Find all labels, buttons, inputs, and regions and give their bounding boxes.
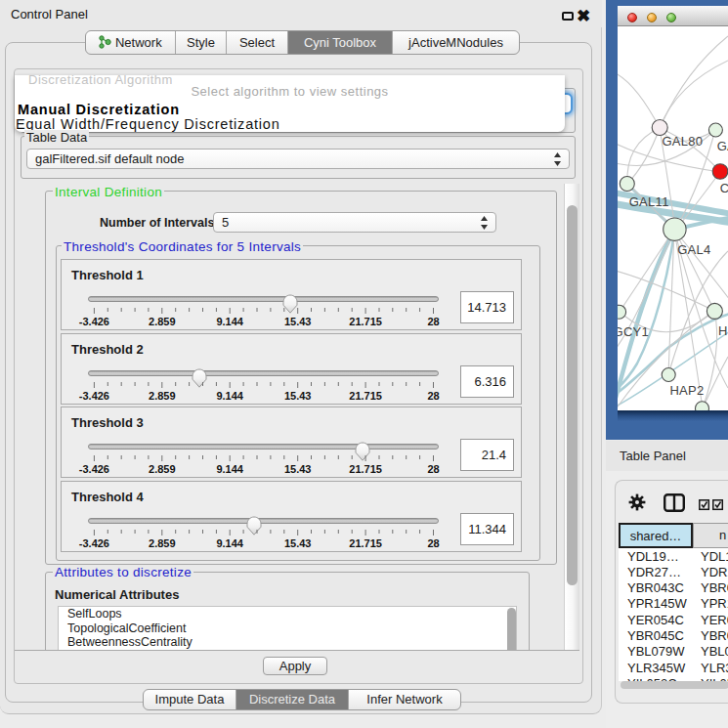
svg-text:GAL4: GAL4 — [677, 242, 710, 257]
svg-text:C: C — [720, 181, 728, 195]
svg-text:GAL11: GAL11 — [629, 194, 669, 209]
svg-text:GAL80: GAL80 — [662, 134, 703, 149]
svg-text:HAP2: HAP2 — [669, 383, 704, 398]
svg-text:GA: GA — [717, 139, 728, 153]
svg-text:H: H — [718, 323, 728, 338]
svg-text:GCY1: GCY1 — [618, 324, 649, 339]
